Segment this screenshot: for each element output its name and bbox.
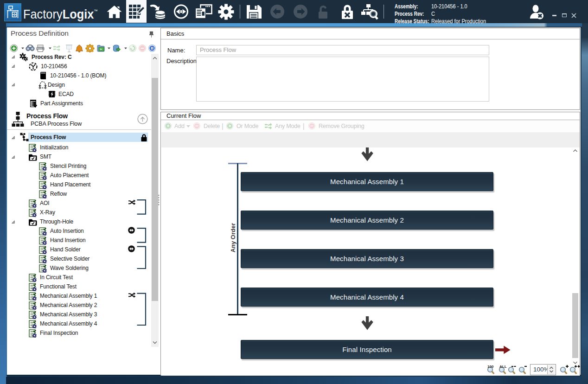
svg-text:ALL: ALL xyxy=(499,365,507,369)
svg-text:100: 100 xyxy=(487,365,494,369)
